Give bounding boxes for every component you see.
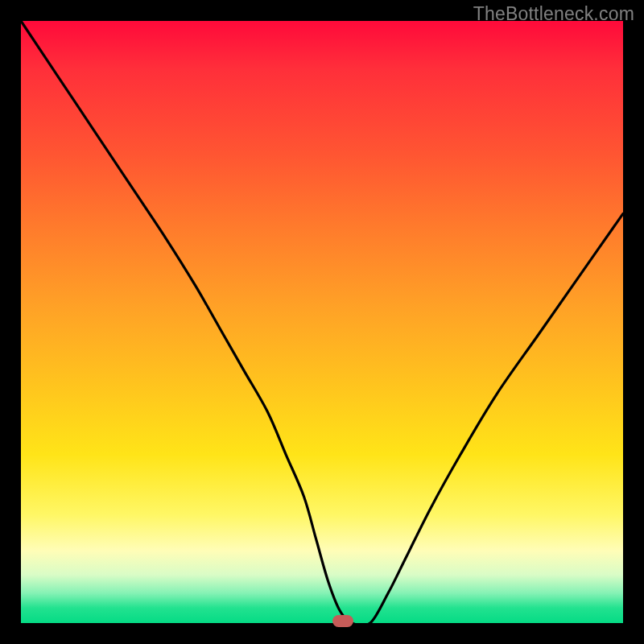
chart-frame: TheBottleneck.com <box>0 0 644 644</box>
plot-area <box>21 21 623 623</box>
bottleneck-curve <box>21 21 623 623</box>
optimal-marker <box>332 615 353 627</box>
